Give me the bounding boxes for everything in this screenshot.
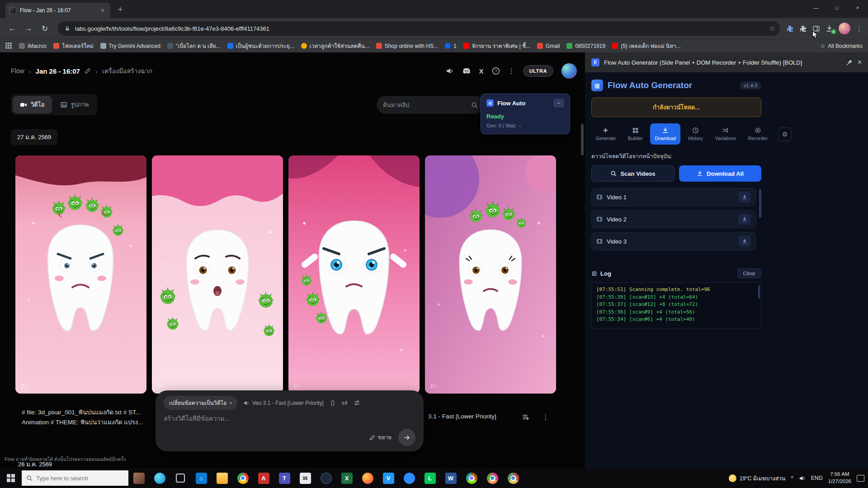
extension-settings-button[interactable]: ⚙: [778, 127, 792, 141]
clip-search-input[interactable]: [383, 102, 467, 108]
taskbar-task-view-icon[interactable]: [170, 468, 191, 488]
bookmark-item[interactable]: จักรยาน ราคาพิเศษ | ซื้...: [463, 42, 530, 50]
pin-icon[interactable]: [846, 59, 853, 66]
video-card-4[interactable]: ▷: [425, 155, 556, 394]
model-selector[interactable]: Veo 3.1 - Fast [Lower Priority]: [243, 400, 324, 406]
new-tab-button[interactable]: +: [114, 3, 127, 16]
play-icon[interactable]: ▷: [431, 382, 436, 389]
download-video-button[interactable]: [738, 192, 751, 202]
clip-menu-kebab-icon[interactable]: ⋮: [539, 410, 552, 424]
address-bar[interactable]: labs.google/fx/th/tools/flow/project/8a6…: [58, 21, 780, 36]
side-panel-close-icon[interactable]: ×: [858, 58, 862, 66]
discord-icon[interactable]: [462, 67, 471, 75]
clear-log-button[interactable]: Clear: [737, 268, 761, 278]
taskbar-pinned-photo-icon[interactable]: [128, 468, 149, 488]
expand-button[interactable]: ขยาย: [369, 433, 392, 442]
taskbar-app-chrome-icon[interactable]: [232, 468, 253, 488]
video-card-2[interactable]: ▷: [152, 155, 283, 394]
tab-recorder[interactable]: Recorder: [744, 123, 772, 145]
play-icon[interactable]: ▷: [295, 382, 299, 389]
taskbar-file-explorer-icon[interactable]: [212, 468, 232, 488]
taskbar-app-edge-icon[interactable]: [149, 468, 170, 488]
taskbar-app-zoom-icon[interactable]: [399, 468, 420, 488]
scrollbar-thumb[interactable]: [581, 124, 584, 155]
play-icon[interactable]: ▷: [22, 382, 26, 389]
flow-user-avatar[interactable]: [561, 63, 577, 79]
taskbar-app-steam-icon[interactable]: [316, 468, 336, 488]
pinned-extension-icon[interactable]: [786, 25, 794, 33]
weather-widget[interactable]: 19°C มีเมฆบางส่วน: [729, 474, 785, 483]
tab-close-icon[interactable]: ×: [99, 6, 107, 14]
download-all-button[interactable]: Download All: [679, 165, 761, 182]
notification-center-icon[interactable]: [857, 475, 864, 482]
taskbar-search[interactable]: [22, 470, 128, 486]
bookmark-new-folder[interactable]: โฟลเดอร์ใหม่: [53, 42, 94, 50]
window-close-button[interactable]: ×: [847, 0, 868, 15]
edit-title-icon[interactable]: [85, 68, 91, 74]
taskbar-app-code-icon[interactable]: V: [378, 468, 399, 488]
browser-profile-avatar[interactable]: [839, 23, 850, 34]
taskbar-app-autocad-icon[interactable]: A: [253, 468, 274, 488]
apps-grid-icon[interactable]: [5, 42, 12, 49]
browser-menu-kebab-icon[interactable]: ⋮: [856, 24, 863, 33]
reload-button[interactable]: ↻: [38, 22, 52, 35]
volume-icon[interactable]: [799, 475, 806, 482]
bookmark-item[interactable]: 0850271919: [566, 43, 605, 49]
tab-download[interactable]: Download: [650, 123, 680, 145]
tab-variations[interactable]: Variations: [711, 123, 741, 145]
clip-search[interactable]: [377, 96, 484, 114]
bookmark-item[interactable]: 1: [445, 43, 457, 49]
bookmark-item[interactable]: "เบื่อโลก ต น เสีย...: [167, 42, 221, 50]
window-maximize-button[interactable]: □: [826, 0, 847, 15]
tab-generate[interactable]: Generate: [591, 123, 620, 145]
video-card-3[interactable]: ▷: [288, 155, 420, 394]
taskbar-app-firefox-icon[interactable]: [357, 468, 378, 488]
output-count[interactable]: x4: [342, 400, 348, 406]
sound-icon[interactable]: [446, 67, 454, 75]
bookmark-item[interactable]: เวลาลูกค้าใช้ส่วนลดคืน...: [301, 42, 369, 50]
tray-expand-icon[interactable]: ^: [791, 475, 793, 481]
submit-prompt-button[interactable]: [398, 429, 415, 446]
taskbar-app-store-icon[interactable]: ⌂: [191, 468, 212, 488]
scan-videos-button[interactable]: Scan Videos: [591, 165, 675, 182]
bookmark-star-icon[interactable]: ☆: [769, 24, 775, 33]
download-video-button[interactable]: [738, 214, 751, 225]
forward-button[interactable]: →: [22, 22, 35, 35]
log-console[interactable]: [07:55:51] Scanning complete. total=96 […: [591, 282, 761, 328]
prompt-input[interactable]: [164, 415, 415, 422]
widget-minimize-button[interactable]: −: [553, 99, 564, 108]
taskbar-chrome-profile-1-icon[interactable]: [461, 468, 482, 488]
browser-tab[interactable]: Flow - Jan 26 - 16:07 ×: [5, 3, 110, 18]
scrollbar-thumb[interactable]: [758, 285, 760, 299]
play-icon[interactable]: ▷: [158, 382, 163, 389]
tab-builder[interactable]: Builder: [623, 123, 647, 145]
video-card-1[interactable]: ▷: [15, 155, 146, 394]
taskbar-chrome-profile-3-icon[interactable]: [503, 468, 524, 488]
flow-menu-kebab-icon[interactable]: ⋮: [508, 67, 515, 75]
flow-auto-widget[interactable]: ▦ Flow Auto − Ready Gen: 0 | Wait: --: [481, 94, 570, 134]
bookmark-shop[interactable]: Shop online with HS...: [376, 43, 438, 49]
bookmark-item[interactable]: (5) เพลงเด็ก พ่อแม่ นิทา...: [612, 42, 681, 50]
bookmark-gmail[interactable]: Gmail: [537, 43, 560, 49]
bookmark-imacros[interactable]: iMacros: [19, 43, 47, 49]
x-twitter-icon[interactable]: X: [479, 67, 484, 75]
taskbar-search-input[interactable]: [36, 475, 124, 482]
taskbar-app-mail-icon[interactable]: ✉: [295, 468, 316, 488]
downloads-button[interactable]: 4: [826, 25, 833, 33]
help-icon[interactable]: [492, 67, 500, 75]
taskbar-app-line-icon[interactable]: L: [420, 468, 440, 488]
bookmark-gemini[interactable]: Try Gemini Advanced: [100, 43, 160, 49]
clock[interactable]: 7:56 AM 1/27/2026: [828, 471, 851, 485]
prompt-composer[interactable]: เปลี่ยนข้อความเป็นวิดีโอ ▾ Veo 3.1 - Fas…: [156, 390, 424, 451]
tab-image[interactable]: รูปภาพ: [53, 96, 96, 113]
video-list-item-2[interactable]: Video 2: [591, 210, 756, 228]
taskbar-app-word-icon[interactable]: W: [440, 468, 461, 488]
start-button[interactable]: [0, 468, 22, 488]
tab-video[interactable]: วิดีโอ: [13, 96, 52, 113]
video-list-item-1[interactable]: Video 1: [591, 188, 756, 206]
breadcrumb-flow[interactable]: Flow: [11, 67, 24, 75]
mode-selector[interactable]: เปลี่ยนข้อความเป็นวิดีโอ ▾: [164, 396, 237, 410]
bookmark-item[interactable]: เป็นผู้ชนะด้วยการประยุ...: [227, 42, 294, 50]
back-button[interactable]: ←: [5, 22, 19, 35]
tab-history[interactable]: History: [684, 123, 708, 145]
